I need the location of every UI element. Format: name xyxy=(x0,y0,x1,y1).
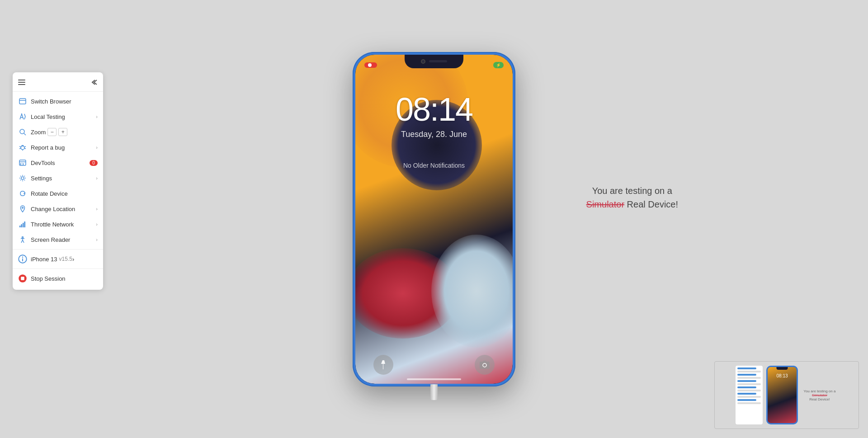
chevron-icon: › xyxy=(96,175,98,181)
thumbnail-preview: 08:13 You are testing on a Simulator Rea… xyxy=(714,361,859,429)
thumb-phone: 08:13 xyxy=(766,366,798,424)
svg-rect-20 xyxy=(24,221,26,227)
sidebar: Switch Browser Local Testing › Zoom − + xyxy=(13,72,103,290)
menu-icon[interactable] xyxy=(18,79,25,87)
svg-rect-26 xyxy=(21,277,24,280)
sidebar-item-throttle-network[interactable]: Throttle Network › xyxy=(13,217,103,232)
svg-point-16 xyxy=(22,207,24,208)
thumb-line xyxy=(737,393,756,395)
notch xyxy=(405,55,463,68)
phone-frame: ⚡ 08:14 Tuesday, 28. June No Older Notif… xyxy=(353,52,515,386)
testing-info-line1: You are testing on a xyxy=(592,186,672,196)
screen-blob-blue xyxy=(431,235,513,348)
zoom-out-button[interactable]: − xyxy=(47,128,57,136)
rotate-device-label: Rotate Device xyxy=(31,190,68,197)
svg-line-6 xyxy=(24,133,26,135)
report-bug-label: Report a bug xyxy=(31,144,65,151)
sidebar-item-device-info[interactable]: iPhone 13 v15.5 › xyxy=(13,251,103,267)
time-display: 08:14 xyxy=(355,91,513,128)
real-device-text: Real Device! xyxy=(624,199,678,209)
chevron-icon: › xyxy=(96,114,98,119)
sidebar-item-change-location[interactable]: Change Location › xyxy=(13,201,103,217)
sidebar-item-report-bug[interactable]: Report a bug › xyxy=(13,140,103,155)
screen-reader-label: Screen Reader xyxy=(31,236,70,243)
sidebar-item-switch-browser[interactable]: Switch Browser xyxy=(13,94,103,109)
recording-indicator xyxy=(364,62,377,68)
testing-info: You are testing on a Simulator Real Devi… xyxy=(586,184,678,211)
thumb-line xyxy=(737,399,756,401)
svg-point-24 xyxy=(22,256,24,258)
svg-rect-3 xyxy=(19,99,26,104)
svg-rect-18 xyxy=(21,224,23,227)
phone-screen[interactable]: ⚡ 08:14 Tuesday, 28. June No Older Notif… xyxy=(355,55,513,384)
svg-point-5 xyxy=(20,129,24,134)
phone-inner: ⚡ 08:14 Tuesday, 28. June No Older Notif… xyxy=(355,55,513,384)
local-testing-label: Local Testing xyxy=(31,113,65,120)
browser-icon xyxy=(18,97,27,106)
flashlight-button[interactable] xyxy=(373,355,393,375)
thumb-line xyxy=(737,367,756,369)
camera-button[interactable] xyxy=(475,355,495,375)
phone-bottom-controls xyxy=(355,355,513,375)
thumb-notch xyxy=(777,367,788,370)
sidebar-item-settings[interactable]: Settings › xyxy=(13,170,103,186)
sidebar-header xyxy=(13,76,103,92)
notifications-area: No Older Notifications xyxy=(355,162,513,169)
thumb-info-line1: You are testing on a xyxy=(804,389,836,393)
chevron-icon: › xyxy=(96,206,98,212)
local-testing-icon xyxy=(18,112,27,121)
svg-rect-17 xyxy=(19,226,21,227)
rotate-icon xyxy=(18,189,27,198)
date-display: Tuesday, 28. June xyxy=(355,130,513,139)
thumb-line xyxy=(737,380,756,382)
sidebar-item-local-testing[interactable]: Local Testing › xyxy=(13,109,103,124)
collapse-icon[interactable] xyxy=(90,79,98,87)
sidebar-item-screen-reader[interactable]: Screen Reader › xyxy=(13,232,103,247)
accessibility-icon xyxy=(18,235,27,244)
sidebar-item-rotate-device[interactable]: Rotate Device xyxy=(13,186,103,201)
no-notifications-text: No Older Notifications xyxy=(355,162,513,169)
testing-info-text: You are testing on a Simulator Real Devi… xyxy=(586,184,678,211)
svg-line-10 xyxy=(19,148,21,149)
svg-point-7 xyxy=(21,146,24,150)
lock-screen-content: 08:14 Tuesday, 28. June No Older Notific… xyxy=(355,91,513,169)
zoom-label: Zoom xyxy=(31,129,46,136)
svg-point-15 xyxy=(21,177,24,179)
settings-icon xyxy=(18,174,27,183)
thumb-line xyxy=(737,383,761,385)
thumb-line xyxy=(737,374,756,376)
thumb-line xyxy=(737,386,756,388)
divider xyxy=(13,249,103,250)
chevron-icon: › xyxy=(96,237,98,242)
chevron-icon: › xyxy=(96,221,98,227)
phone-container: ⚡ 08:14 Tuesday, 28. June No Older Notif… xyxy=(353,52,515,386)
svg-line-11 xyxy=(24,148,26,149)
sidebar-item-stop-session[interactable]: Stop Session xyxy=(13,271,103,286)
stop-icon xyxy=(18,274,27,283)
simulator-text: Simulator xyxy=(586,199,624,209)
info-icon xyxy=(18,254,27,264)
device-name: iPhone 13 xyxy=(31,256,57,263)
zoom-icon xyxy=(18,127,27,137)
charging-cable xyxy=(430,384,438,400)
throttle-network-label: Throttle Network xyxy=(31,221,74,228)
sidebar-item-zoom: Zoom − + xyxy=(13,124,103,140)
chevron-icon: › xyxy=(96,145,98,150)
bug-icon xyxy=(18,143,27,152)
battery-indicator: ⚡ xyxy=(493,62,504,68)
thumb-real-device: Real Device! xyxy=(809,397,830,401)
notch-camera xyxy=(421,59,425,64)
notch-speaker xyxy=(429,60,447,62)
change-location-label: Change Location xyxy=(31,206,75,212)
recording-dot xyxy=(368,63,372,67)
zoom-controls: − + xyxy=(47,128,67,136)
sidebar-item-devtools[interactable]: DevTools 0 xyxy=(13,155,103,170)
location-icon xyxy=(18,204,27,213)
network-icon xyxy=(18,220,27,229)
thumb-line xyxy=(737,402,761,404)
settings-label: Settings xyxy=(31,175,52,182)
devtools-label: DevTools xyxy=(31,160,55,166)
thumb-simulator: Simulator xyxy=(812,393,827,397)
zoom-in-button[interactable]: + xyxy=(58,128,67,136)
devtools-icon xyxy=(18,158,27,167)
